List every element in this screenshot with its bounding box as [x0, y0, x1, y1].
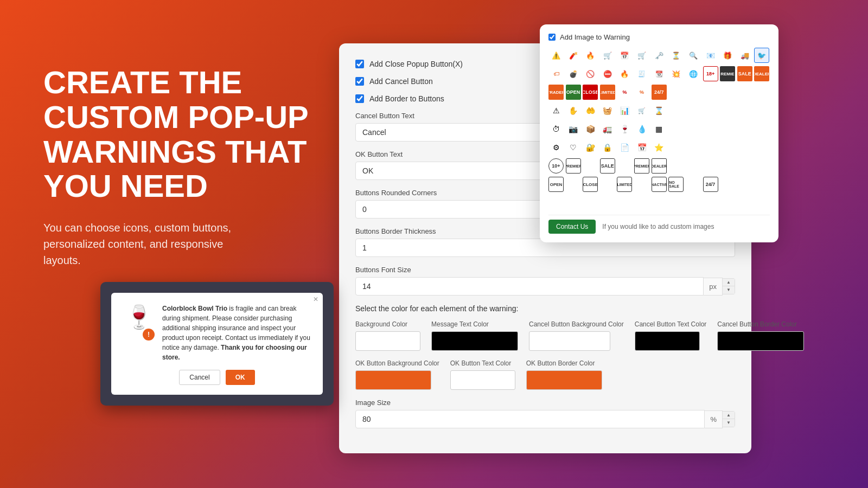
icon-18plus[interactable]: 18+: [703, 66, 718, 81]
icon-heart[interactable]: ♡: [566, 140, 581, 155]
icon-empty5[interactable]: [737, 85, 752, 100]
icon-empty31[interactable]: [737, 158, 752, 174]
icon-wine[interactable]: 🍷: [617, 121, 632, 137]
icon-cart2[interactable]: 🛒: [634, 48, 649, 63]
icon-globe[interactable]: 🌐: [686, 66, 701, 81]
icon-open-badge[interactable]: OPEN: [566, 85, 581, 100]
icon-drop[interactable]: 💧: [634, 121, 649, 137]
icon-key[interactable]: 🗝️: [652, 48, 667, 63]
icon-empty2[interactable]: [686, 85, 701, 100]
cancel-bg-color-swatch[interactable]: [529, 331, 610, 351]
icon-empty35[interactable]: [634, 177, 649, 192]
font-size-up[interactable]: ▲: [723, 279, 735, 286]
icon-empty11[interactable]: [737, 103, 752, 118]
icon-empty37[interactable]: [720, 177, 735, 192]
font-size-input[interactable]: [355, 277, 704, 296]
icon-misc10[interactable]: [703, 195, 718, 210]
icon-empty30[interactable]: [720, 158, 735, 174]
image-size-up[interactable]: ▲: [723, 412, 735, 419]
icon-chart[interactable]: 📊: [617, 103, 632, 118]
icon-close-badge[interactable]: CLOSE: [583, 85, 598, 100]
icon-dealer2[interactable]: DEALER: [652, 158, 667, 174]
popup-cancel-button[interactable]: Cancel: [179, 370, 220, 385]
icon-warning-outline[interactable]: ⚠: [548, 103, 564, 118]
icon-inactive[interactable]: INACTIVE: [652, 177, 667, 192]
icon-dealer[interactable]: DEALER: [754, 66, 769, 81]
icon-star[interactable]: ⭐: [652, 140, 667, 155]
icon-empty18[interactable]: [754, 121, 769, 137]
icon-price-tag[interactable]: 🏷: [548, 66, 564, 81]
icon-empty13[interactable]: [668, 121, 684, 137]
icon-date[interactable]: 📆: [652, 66, 667, 81]
border-buttons-checkbox[interactable]: [355, 94, 364, 103]
icon-hand[interactable]: ✋: [566, 103, 581, 118]
icon-misc2[interactable]: [566, 195, 581, 210]
icon-search[interactable]: 🔍: [686, 48, 701, 63]
icon-10plus[interactable]: 10+: [548, 158, 564, 174]
cancel-button-checkbox[interactable]: [355, 77, 364, 86]
icon-truck[interactable]: 🚚: [737, 48, 752, 63]
icon-empty29[interactable]: [703, 158, 718, 174]
icon-settings[interactable]: ⚙: [548, 140, 564, 155]
icon-empty21[interactable]: [703, 140, 718, 155]
icon-bird[interactable]: 🐦: [754, 48, 769, 63]
icon-empty4[interactable]: [720, 85, 735, 100]
icon-clock[interactable]: ⏱: [548, 121, 564, 137]
icon-heart-lock[interactable]: 🔐: [583, 140, 598, 155]
icon-empty20[interactable]: [686, 140, 701, 155]
ok-border-color-swatch[interactable]: [526, 370, 602, 390]
icon-gift[interactable]: 🎁: [720, 48, 735, 63]
icon-hands[interactable]: 🤲: [583, 103, 598, 118]
icon-limited[interactable]: LIMITED: [600, 85, 615, 100]
icon-247-2[interactable]: 24/7: [703, 177, 718, 192]
icon-truck2[interactable]: 🚛: [600, 121, 615, 137]
ok-bg-color-swatch[interactable]: [355, 370, 431, 390]
icon-hourglass2[interactable]: ⌛: [652, 103, 667, 118]
icon-empty1[interactable]: [668, 85, 684, 100]
icon-misc3[interactable]: [583, 195, 598, 210]
icon-misc7[interactable]: [652, 195, 667, 210]
icon-empty38[interactable]: [737, 177, 752, 192]
image-size-spinner[interactable]: ▲ ▼: [723, 411, 735, 427]
icon-no2[interactable]: ⛔: [600, 66, 615, 81]
icon-limited2[interactable]: LIMITED: [617, 177, 632, 192]
icon-doc[interactable]: 📄: [617, 140, 632, 155]
icon-camera[interactable]: 📷: [566, 121, 581, 137]
icon-empty10[interactable]: [720, 103, 735, 118]
icon-empty27[interactable]: [668, 158, 684, 174]
icon-fire[interactable]: 🧨: [566, 48, 581, 63]
icon-premier2[interactable]: PREMIER: [566, 158, 581, 174]
icon-delivery[interactable]: 📦: [583, 121, 598, 137]
icon-fire2[interactable]: 🔥: [617, 66, 632, 81]
icon-discount[interactable]: %: [617, 85, 632, 100]
icon-misc6[interactable]: [634, 195, 649, 210]
icon-empty34[interactable]: [600, 177, 615, 192]
icon-empty26[interactable]: [617, 158, 632, 174]
icon-empty6[interactable]: [754, 85, 769, 100]
icon-grid-icon[interactable]: ▦: [652, 121, 667, 137]
icon-empty9[interactable]: [703, 103, 718, 118]
icon-bomb[interactable]: 💣: [566, 66, 581, 81]
icon-empty8[interactable]: [686, 103, 701, 118]
icon-cart-outline[interactable]: 🛒: [634, 103, 649, 118]
icon-sale[interactable]: SALE: [737, 66, 752, 81]
cancel-text-color-swatch[interactable]: [635, 331, 700, 351]
icon-empty3[interactable]: [703, 85, 718, 100]
icon-premier3[interactable]: PREMIER: [634, 158, 649, 174]
msg-text-color-swatch[interactable]: [431, 331, 518, 351]
cancel-border-color-swatch[interactable]: [717, 331, 804, 351]
icon-misc5[interactable]: [617, 195, 632, 210]
icon-empty7[interactable]: [668, 103, 684, 118]
icon-247[interactable]: 24/7: [652, 85, 667, 100]
add-image-checkbox[interactable]: [548, 34, 556, 41]
icon-flame[interactable]: 🔥: [583, 48, 598, 63]
icon-empty23[interactable]: [737, 140, 752, 155]
icon-empty24[interactable]: [754, 140, 769, 155]
icon-empty33[interactable]: [566, 177, 581, 192]
icon-misc4[interactable]: [600, 195, 615, 210]
icon-mail[interactable]: 📧: [703, 48, 718, 63]
icon-empty15[interactable]: [703, 121, 718, 137]
icon-empty16[interactable]: [720, 121, 735, 137]
icon-premier[interactable]: PREMIER: [720, 66, 735, 81]
image-size-input[interactable]: [355, 410, 705, 428]
